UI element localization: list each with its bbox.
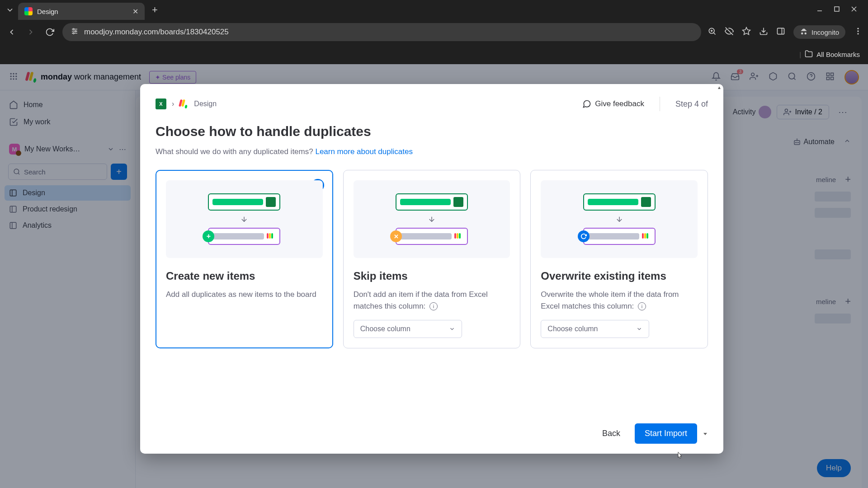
app-root: monday work management ✦ See plans 3 Hom… [0, 64, 868, 488]
svg-point-7 [73, 28, 74, 30]
tab-list-dropdown[interactable] [4, 4, 16, 16]
browser-chrome: Design ✕ + mood [0, 0, 868, 64]
modal-header: X › Design Give feedback Step 4 of [156, 97, 708, 111]
svg-rect-1 [835, 7, 839, 11]
minimize-icon[interactable] [816, 6, 823, 14]
back-button[interactable]: Back [593, 424, 629, 443]
info-icon[interactable]: i [638, 302, 646, 310]
svg-point-9 [73, 33, 74, 34]
incognito-label: Incognito [811, 28, 839, 36]
column-select-overwrite[interactable]: Choose column [541, 320, 649, 338]
card-illustration: ✕ [354, 180, 510, 258]
card-skip[interactable]: ✕ Skip items Don't add an item if the da… [343, 170, 521, 348]
learn-more-link[interactable]: Learn more about duplicates [315, 147, 412, 156]
svg-line-11 [713, 33, 715, 34]
chevron-down-icon [449, 326, 455, 332]
import-modal: X › Design Give feedback Step 4 of Choos… [140, 84, 723, 454]
site-controls-icon[interactable] [71, 27, 79, 38]
modal-body: X › Design Give feedback Step 4 of Choos… [140, 84, 723, 416]
all-bookmarks-button[interactable]: All Bookmarks [816, 51, 860, 58]
browser-tab[interactable]: Design ✕ [18, 3, 145, 20]
card-desc: Don't add an item if the data from Excel… [354, 289, 510, 312]
tab-title: Design [37, 8, 128, 15]
close-tab-icon[interactable]: ✕ [132, 7, 138, 16]
select-placeholder: Choose column [547, 325, 598, 333]
svg-marker-60 [703, 433, 707, 435]
card-illustration [541, 180, 698, 258]
subtitle-text: What should we do with any duplicated it… [156, 147, 315, 156]
divider [660, 97, 660, 111]
close-window-icon[interactable] [851, 6, 857, 14]
give-feedback-button[interactable]: Give feedback [582, 99, 644, 108]
scroll-up-icon[interactable]: ▲ [717, 85, 722, 90]
back-button[interactable] [5, 26, 18, 38]
address-bar[interactable]: moodjoy.monday.com/boards/1830420525 [62, 23, 701, 41]
scroll-down-icon[interactable] [703, 431, 708, 436]
step-indicator: Step 4 of [675, 99, 708, 109]
card-desc: Add all duplicates as new items to the b… [166, 289, 323, 300]
card-illustration: + [166, 180, 323, 258]
feedback-label: Give feedback [595, 99, 644, 108]
select-placeholder: Choose column [360, 325, 410, 333]
svg-point-8 [75, 30, 76, 32]
svg-rect-17 [778, 28, 784, 34]
bookmark-bar: | All Bookmarks [0, 44, 868, 64]
url-text: moodjoy.monday.com/boards/1830420525 [84, 28, 693, 37]
window-controls [816, 6, 864, 14]
kebab-icon[interactable] [854, 27, 863, 38]
card-title: Overwrite existing items [541, 270, 698, 282]
chrome-icons: Incognito [708, 25, 863, 39]
reload-button[interactable] [43, 26, 56, 38]
svg-marker-15 [743, 28, 750, 35]
favicon-icon [24, 7, 33, 15]
modal-footer: Back Start Import [140, 416, 723, 454]
nav-bar: moodjoy.monday.com/boards/1830420525 Inc… [0, 20, 868, 44]
modal-title: Choose how to handle duplicates [156, 124, 708, 139]
sidepanel-icon[interactable] [776, 27, 785, 38]
svg-point-21 [857, 33, 859, 34]
new-tab-button[interactable]: + [146, 4, 163, 16]
eye-off-icon[interactable] [725, 27, 734, 38]
card-overwrite[interactable]: Overwrite existing items Overwrite the w… [530, 170, 708, 348]
chat-icon [582, 99, 591, 108]
forward-button[interactable] [24, 26, 37, 38]
start-import-button[interactable]: Start Import [635, 423, 697, 444]
incognito-badge[interactable]: Incognito [793, 25, 845, 39]
card-title: Skip items [354, 270, 510, 282]
modal-subtitle: What should we do with any duplicated it… [156, 147, 708, 156]
option-cards: + Create new items Add all duplicates as… [156, 170, 708, 348]
tab-bar: Design ✕ + [0, 0, 868, 20]
monday-icon [179, 99, 189, 108]
excel-icon: X [156, 99, 166, 109]
folder-icon [805, 50, 813, 59]
svg-point-19 [857, 28, 859, 29]
column-select-skip[interactable]: Choose column [354, 320, 462, 338]
svg-point-20 [857, 30, 859, 32]
zoom-icon[interactable] [708, 27, 717, 38]
chevron-down-icon [636, 326, 642, 332]
breadcrumb-board: Design [194, 100, 217, 108]
info-icon[interactable]: i [429, 302, 438, 310]
maximize-icon[interactable] [834, 6, 840, 14]
download-icon[interactable] [759, 27, 768, 38]
chevron-right-icon: › [172, 100, 174, 108]
card-desc: Overwrite the whole item if the data fro… [541, 289, 698, 312]
star-icon[interactable] [742, 27, 751, 38]
card-title: Create new items [166, 270, 323, 282]
card-create-new[interactable]: + Create new items Add all duplicates as… [156, 170, 333, 348]
